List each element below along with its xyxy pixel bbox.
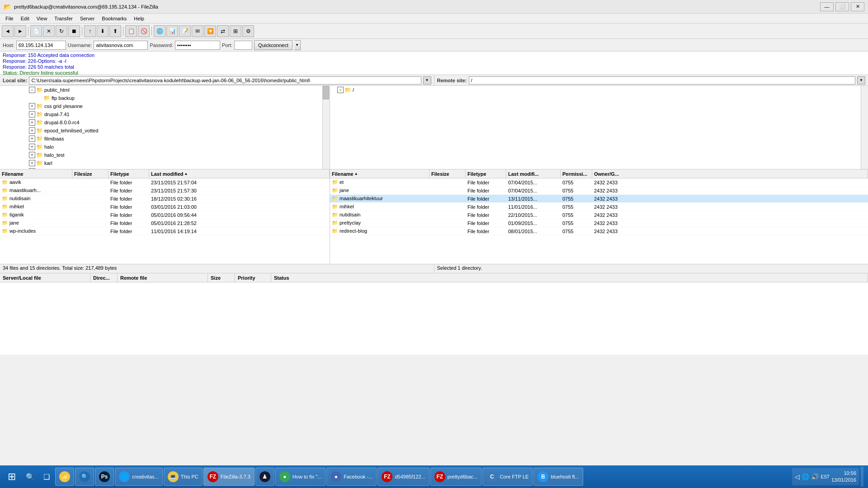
remote-path-dropdown[interactable]: ▼ bbox=[857, 76, 865, 84]
taskbar-clock[interactable]: 10:56 13/01/2016 bbox=[831, 470, 856, 483]
local-tree-item[interactable]: +📁css grid ylesanne bbox=[0, 102, 322, 110]
taskbar-taskview-button[interactable]: ❑ bbox=[39, 468, 54, 486]
toolbar-fwd-btn[interactable]: ► bbox=[14, 25, 26, 37]
remote-file-row[interactable]: 📁redirect-blog File folder 08/01/2015...… bbox=[330, 227, 868, 235]
start-button[interactable]: ⊞ bbox=[2, 467, 22, 487]
toolbar-cancel-btn[interactable]: 🚫 bbox=[138, 25, 150, 37]
local-col-filetype[interactable]: Filetype bbox=[108, 169, 149, 178]
toolbar-settings-btn[interactable]: ⚙ bbox=[242, 25, 254, 37]
local-path-input[interactable] bbox=[29, 76, 421, 84]
quickconnect-button[interactable]: Quickconnect bbox=[254, 40, 292, 50]
quickconnect-dropdown[interactable]: ▼ bbox=[294, 40, 301, 50]
remote-col-modified[interactable]: Last modifi... bbox=[506, 169, 561, 178]
tree-expand-btn[interactable]: + bbox=[29, 160, 35, 166]
local-file-row[interactable]: 📁nutidisain File folder 18/12/2015 02:30… bbox=[0, 195, 330, 203]
taskbar-btn-steam[interactable]: ♟ bbox=[255, 468, 274, 486]
taskbar-btn-fz3[interactable]: FZprettyd6bac... bbox=[430, 468, 482, 486]
local-col-filesize[interactable]: Filesize bbox=[72, 169, 108, 178]
maximize-button[interactable]: ⬜ bbox=[835, 2, 849, 11]
taskbar-btn-fz2[interactable]: FZd54985f122... bbox=[377, 468, 429, 486]
local-file-row[interactable]: 📁tiganik File folder 05/01/2016 09:56:44 bbox=[0, 211, 330, 219]
remote-col-perms[interactable]: Permissi... bbox=[561, 169, 592, 178]
local-tree-item[interactable]: −📁public_html bbox=[0, 86, 322, 94]
toolbar-log-btn[interactable]: 📝 bbox=[179, 25, 191, 37]
local-tree-item[interactable]: +📁epood_tehnilised_votted bbox=[0, 127, 322, 135]
tree-expand-btn[interactable]: + bbox=[29, 119, 35, 126]
tree-expand-btn[interactable]: + bbox=[29, 127, 35, 134]
minimize-button[interactable]: — bbox=[820, 2, 834, 11]
taskbar-btn-this-pc[interactable]: 💻This PC bbox=[164, 468, 203, 486]
remote-file-row[interactable]: 📁et File folder 07/04/2015... 0755 2432 … bbox=[330, 178, 868, 187]
menu-item-bookmarks[interactable]: Bookmarks bbox=[98, 15, 130, 22]
remote-path-input[interactable] bbox=[469, 76, 855, 84]
toolbar-refresh-btn[interactable]: ↻ bbox=[56, 25, 67, 37]
local-col-filename[interactable]: Filename bbox=[0, 169, 72, 178]
local-tree-item[interactable]: +📁drupal-7.41 bbox=[0, 110, 322, 118]
tree-expand-btn[interactable]: + bbox=[29, 103, 35, 109]
tree-expand-btn[interactable]: − bbox=[29, 87, 35, 93]
toolbar-msg-btn[interactable]: ✉ bbox=[192, 25, 203, 37]
remote-file-row[interactable]: 📁mihkel File folder 11/01/2016... 0755 2… bbox=[330, 203, 868, 211]
remote-file-row[interactable]: 📁nutidisain File folder 22/10/2015... 07… bbox=[330, 211, 868, 219]
toolbar-upload-btn[interactable]: ⬆ bbox=[109, 25, 121, 37]
remote-col-filetype[interactable]: Filetype bbox=[466, 169, 506, 178]
taskbar-btn-creativitas[interactable]: 🌐creativitas... bbox=[115, 468, 163, 486]
close-button[interactable]: ✕ bbox=[851, 2, 864, 11]
taskbar-search-button[interactable]: 🔍 bbox=[23, 468, 38, 486]
toolbar-close-btn[interactable]: ✕ bbox=[43, 25, 55, 37]
toolbar-filter-btn[interactable]: 🔽 bbox=[204, 25, 216, 37]
taskbar-btn-chrome2[interactable]: ●Facebook -... bbox=[326, 468, 377, 486]
toolbar-up-btn[interactable]: ↑ bbox=[84, 25, 96, 37]
tree-expand-btn[interactable]: + bbox=[29, 152, 35, 158]
local-file-row[interactable]: 📁mihkel File folder 03/01/2016 21:03:00 bbox=[0, 203, 330, 211]
host-input[interactable] bbox=[16, 41, 66, 50]
local-file-row[interactable]: 📁jane File folder 05/01/2016 21:28:52 bbox=[0, 219, 330, 227]
tree-expand-btn[interactable]: − bbox=[337, 87, 344, 93]
taskbar-btn-file-explorer[interactable]: 📁 bbox=[55, 468, 74, 486]
tree-expand-btn[interactable]: + bbox=[29, 111, 35, 117]
toolbar-open-btn[interactable]: 📄 bbox=[30, 25, 42, 37]
remote-file-row[interactable]: 📁maastikuarhitektuur File folder 13/11/2… bbox=[330, 195, 868, 203]
remote-file-row[interactable]: 📁prettyclay File folder 01/09/2015... 07… bbox=[330, 219, 868, 227]
show-desktop-button[interactable] bbox=[861, 467, 863, 487]
taskbar-btn-chrome1[interactable]: ●How to fix "... bbox=[275, 468, 326, 486]
toolbar-queue-btn[interactable]: 📋 bbox=[125, 25, 137, 37]
tray-network-icon[interactable]: 🌐 bbox=[802, 473, 809, 480]
menu-item-view[interactable]: View bbox=[33, 15, 51, 22]
menu-item-transfer[interactable]: Transfer bbox=[51, 15, 76, 22]
remote-col-owner[interactable]: Owner/G... bbox=[592, 169, 868, 178]
tray-expand-icon[interactable]: ◁ bbox=[795, 473, 800, 480]
local-tree-item[interactable]: +📁php alused 2 bbox=[0, 167, 322, 169]
local-tree-scrollbar[interactable] bbox=[322, 86, 330, 169]
toolbar-stop-btn[interactable]: ⏹ bbox=[68, 25, 80, 37]
local-file-row[interactable]: 📁maastikuarh... File folder 23/11/2015 2… bbox=[0, 187, 330, 195]
remote-col-filename[interactable]: Filename ▲ bbox=[330, 169, 429, 178]
local-tree-item[interactable]: +📁filmibaas bbox=[0, 135, 322, 143]
taskbar-btn-search[interactable]: 🔍 bbox=[75, 468, 94, 486]
taskbar-btn-filezilla[interactable]: FZFileZilla-3.7.3 bbox=[203, 468, 255, 486]
toolbar-sitemgr-btn[interactable]: 📊 bbox=[166, 25, 178, 37]
toolbar-sync-btn[interactable]: ⇄ bbox=[217, 25, 229, 37]
local-tree-item[interactable]: 📁ftp backup bbox=[0, 94, 322, 102]
local-tree-item[interactable]: +📁drupal-8.0.0-rc4 bbox=[0, 118, 322, 127]
taskbar-btn-bluehosti[interactable]: Bbluehosti ft... bbox=[533, 468, 583, 486]
local-tree-item[interactable]: +📁halo_test bbox=[0, 151, 322, 159]
remote-file-row[interactable]: 📁jane File folder 07/04/2015... 0755 243… bbox=[330, 187, 868, 195]
toolbar-sites-btn[interactable]: 🌐 bbox=[154, 25, 165, 37]
menu-item-edit[interactable]: Edit bbox=[17, 15, 33, 22]
remote-tree-item[interactable]: −📁/ bbox=[330, 86, 861, 94]
taskbar-btn-photoshop[interactable]: Ps bbox=[95, 468, 114, 486]
menu-item-help[interactable]: Help bbox=[130, 15, 148, 22]
remote-tree-scrollbar[interactable] bbox=[861, 86, 868, 169]
taskbar-btn-core-ftp[interactable]: CCore FTP LE bbox=[482, 468, 533, 486]
password-input[interactable] bbox=[175, 41, 220, 50]
tree-expand-btn[interactable]: + bbox=[29, 168, 35, 169]
local-col-modified[interactable]: Last modified ▲ bbox=[149, 169, 330, 178]
tray-lang-label[interactable]: EST bbox=[821, 474, 829, 479]
toolbar-download-btn[interactable]: ⬇ bbox=[97, 25, 108, 37]
toolbar-compare-btn[interactable]: ⊞ bbox=[230, 25, 241, 37]
local-file-row[interactable]: 📁aavik File folder 23/11/2015 21:57:04 bbox=[0, 178, 330, 187]
tree-expand-btn[interactable]: + bbox=[29, 144, 35, 150]
tray-volume-icon[interactable]: 🔊 bbox=[811, 473, 819, 480]
remote-col-filesize[interactable]: Filesize bbox=[429, 169, 466, 178]
